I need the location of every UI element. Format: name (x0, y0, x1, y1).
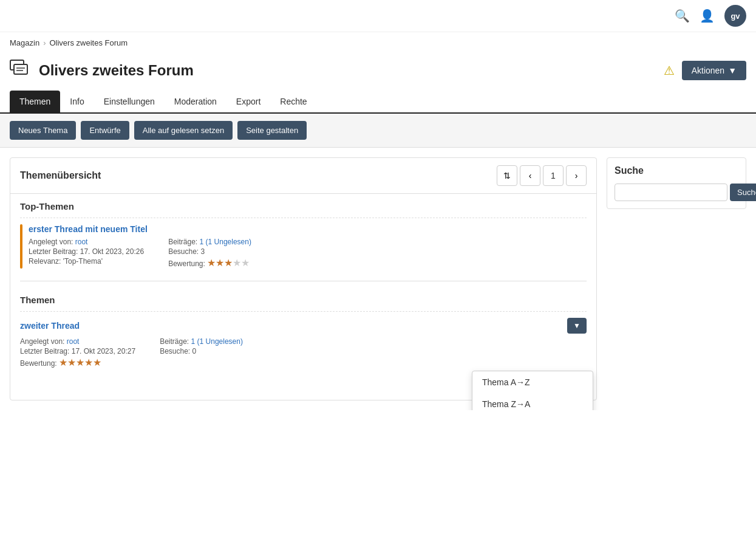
entwuerfe-button[interactable]: Entwürfe (81, 121, 129, 140)
header-actions: ⚠ Aktionen ▼ (664, 61, 746, 80)
angelegt-von-1: Angelegt von: root (29, 238, 144, 246)
bewertung-label-2: Bewertung: ★★★★★ (20, 357, 135, 368)
letzter-beitrag-1: Letzter Beitrag: 17. Okt 2023, 20:26 (29, 247, 144, 256)
prev-page-button[interactable]: ‹ (520, 165, 540, 186)
thread-link-1[interactable]: erster Thread mit neuem Titel (29, 224, 148, 234)
page-title-area: Olivers zweites Forum (10, 60, 194, 81)
thread-meta-2: Angelegt von: root Letzter Beitrag: 17. … (20, 337, 587, 368)
breadcrumb-forum: Olivers zweites Forum (49, 38, 128, 47)
search-sidebar: Suche Suchen (607, 157, 746, 400)
tab-rechte[interactable]: Rechte (270, 91, 316, 112)
search-button[interactable]: Suchen (730, 184, 756, 201)
alle-gelesen-button[interactable]: Alle auf gelesen setzen (134, 121, 233, 140)
beitraege-2: Beiträge: 1 (1 Ungelesen) (160, 337, 243, 346)
top-bar: 🔍 👤 gv (0, 0, 756, 32)
autor-link-1[interactable]: root (75, 238, 88, 246)
themen-group: Themen zweiter Thread ▼ Angelegt von: ro… (10, 287, 596, 374)
section-divider (20, 281, 587, 281)
relevanz-1: Relevanz: 'Top-Thema' (29, 257, 144, 266)
tab-themen[interactable]: Themen (10, 91, 60, 112)
search-input[interactable] (615, 184, 727, 201)
sort-thema-za[interactable]: Thema Z→A (472, 393, 593, 410)
tab-moderation[interactable]: Moderation (165, 91, 226, 112)
search-input-row: Suchen (615, 184, 738, 201)
bewertung-1: Bewertung: ★★★★★ (168, 257, 251, 269)
topics-section: Themenübersicht ⇅ ‹ 1 › Thema A→Z Thema … (10, 157, 597, 400)
chevron-down-icon: ▼ (728, 66, 737, 75)
search-icon[interactable]: 🔍 (675, 9, 690, 23)
tab-info[interactable]: Info (60, 91, 94, 112)
tabs-bar: Themen Info Einstellungen Moderation Exp… (0, 91, 756, 114)
letzter-beitrag-2: Letzter Beitrag: 17. Okt 2023, 20:27 (20, 347, 135, 355)
user-icon[interactable]: 👤 (700, 9, 715, 23)
beitraege-link-2[interactable]: 1 (1 Ungelesen) (191, 337, 243, 346)
sort-dropdown: Thema A→Z Thema Z→A Neuestes Thema zuers… (472, 371, 593, 410)
table-row: erster Thread mit neuem Titel Angelegt v… (20, 218, 587, 275)
svg-rect-1 (14, 64, 27, 74)
top-themen-title: Top-Themen (20, 201, 587, 211)
sort-thema-az[interactable]: Thema A→Z (472, 371, 593, 393)
current-page: 1 (543, 165, 564, 186)
beitraege-1: Beiträge: 1 (1 Ungelesen) (168, 238, 251, 246)
page-title: Olivers zweites Forum (39, 62, 194, 79)
aktionen-button[interactable]: Aktionen ▼ (682, 61, 746, 80)
toolbar: Neues Thema Entwürfe Alle auf gelesen se… (0, 114, 756, 148)
next-page-button[interactable]: › (566, 165, 587, 186)
tab-einstellungen[interactable]: Einstellungen (94, 91, 165, 112)
autor-link-2[interactable]: root (67, 337, 80, 346)
neues-thema-button[interactable]: Neues Thema (10, 121, 76, 140)
sort-button[interactable]: ⇅ (497, 165, 517, 186)
thread-meta-1: Angelegt von: root Letzter Beitrag: 17. … (29, 238, 587, 269)
top-thema-indicator (20, 224, 22, 269)
main-content: Themenübersicht ⇅ ‹ 1 › Thema A→Z Thema … (0, 148, 756, 410)
forum-icon (10, 60, 32, 81)
pagination-controls: ⇅ ‹ 1 › (497, 165, 587, 186)
topics-title: Themenübersicht (20, 170, 101, 181)
angelegt-von-2: Angelegt von: root (20, 337, 135, 346)
page-header: Olivers zweites Forum ⚠ Aktionen ▼ (0, 53, 756, 91)
bell-icon[interactable]: ⚠ (664, 63, 675, 78)
avatar[interactable]: gv (724, 5, 746, 27)
themen-title: Themen (20, 295, 587, 305)
besuche-1: Besuche: 3 (168, 247, 251, 256)
table-row: zweiter Thread ▼ Angelegt von: root Letz… (20, 311, 587, 374)
search-box: Suche Suchen (607, 157, 746, 209)
tab-export[interactable]: Export (226, 91, 270, 112)
top-themen-group: Top-Themen erster Thread mit neuem Titel… (10, 194, 596, 275)
besuche-2: Besuche: 0 (160, 347, 243, 355)
stars-2: ★★★★★ (59, 357, 101, 368)
thread-actions-button-2[interactable]: ▼ (567, 318, 587, 334)
seite-gestalten-button[interactable]: Seite gestalten (237, 121, 307, 140)
topics-header: Themenübersicht ⇅ ‹ 1 › (10, 158, 596, 194)
breadcrumb: Magazin › Olivers zweites Forum (0, 32, 756, 53)
breadcrumb-separator: › (43, 38, 46, 47)
search-title: Suche (615, 165, 738, 176)
beitraege-link-1[interactable]: 1 (1 Ungelesen) (200, 238, 251, 246)
breadcrumb-magazin[interactable]: Magazin (10, 38, 39, 47)
thread-link-2[interactable]: zweiter Thread (20, 321, 80, 331)
stars-1: ★★★★★ (207, 258, 250, 268)
